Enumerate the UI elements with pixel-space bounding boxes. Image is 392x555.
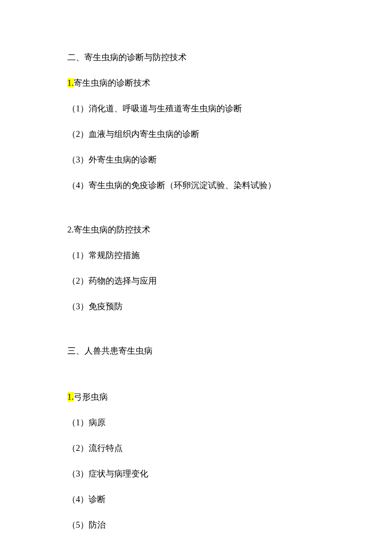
heading-text: 弓形虫病 [74,392,108,401]
section2-sub2-item-1: （1）常规防控措施 [67,248,325,262]
highlight-marker: 1. [67,392,74,401]
highlight-marker: 1. [67,78,74,87]
section3-title: 三、人兽共患寄生虫病 [67,344,325,357]
section3-sub1-item-2: （2）流行特点 [67,441,325,455]
section2-sub1-item-3: （3）外寄生虫病的诊断 [67,153,325,166]
section3-sub1-heading: 1.弓形虫病 [67,390,325,404]
section2-sub1-item-1: （1）消化道、呼吸道与生殖道寄生虫病的诊断 [67,102,325,115]
heading-text: 寄生虫病的诊断技术 [74,78,150,87]
section3-sub1-item-4: （4）诊断 [67,492,325,506]
section2-title: 二、寄生虫病的诊断与防控技术 [67,50,325,64]
section2-sub2-item-2: （2）药物的选择与应用 [67,274,325,288]
section2-sub1-heading: 1.寄生虫病的诊断技术 [67,76,325,90]
section2-sub2-item-3: （3）免疫预防 [67,299,325,313]
section2-sub2-heading: 2.寄生虫病的防控技术 [67,223,325,236]
section3-sub1-item-5: （5）防治 [67,518,325,532]
section2-sub1-item-4: （4）寄生虫病的免疫诊断（环卵沉淀试验、染料试验） [67,178,325,192]
section2-sub1-item-2: （2）血液与组织内寄生虫病的诊断 [67,127,325,141]
section3-sub1-item-3: （3）症状与病理变化 [67,467,325,480]
section3-sub1-item-1: （1）病原 [67,416,325,429]
